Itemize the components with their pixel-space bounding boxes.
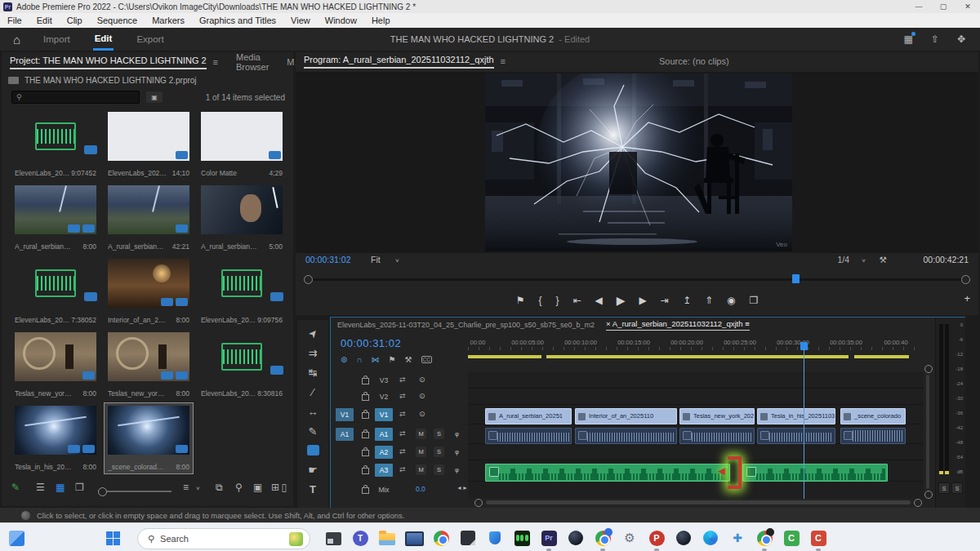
close-sequence-icon[interactable]: × bbox=[606, 319, 611, 328]
lock-icon[interactable] bbox=[362, 432, 369, 438]
timeline-clip-music[interactable] bbox=[485, 464, 730, 482]
timeline-clip-video[interactable]: A_rural_serbian_20251 bbox=[485, 408, 572, 424]
dark-app-icon[interactable] bbox=[458, 528, 478, 548]
keyframe-nav-icon[interactable]: ◄► bbox=[457, 485, 468, 491]
timeline-clip-audio[interactable] bbox=[757, 428, 835, 444]
maximize-button[interactable]: ▢ bbox=[931, 2, 956, 11]
timeline-clip-music[interactable] bbox=[742, 464, 888, 482]
resolution-dropdown-icon[interactable]: ˅ bbox=[862, 257, 866, 264]
ripple-trim-cursor[interactable]: ◄ bbox=[728, 456, 742, 489]
export-frame-button[interactable]: ◉ bbox=[727, 295, 735, 306]
taskbar-search[interactable]: ⚲ Search bbox=[137, 528, 310, 549]
work-area-bar[interactable] bbox=[854, 355, 909, 358]
premiere-pro-taskbar-icon[interactable]: Pr bbox=[539, 528, 559, 548]
comparison-view-button[interactable]: ❐ bbox=[750, 295, 759, 306]
chrome-profile-2-icon[interactable] bbox=[755, 528, 774, 548]
voiceover-mic-icon[interactable]: φ bbox=[452, 447, 462, 457]
menu-sequence[interactable]: Sequence bbox=[90, 16, 145, 25]
scroll-handle[interactable] bbox=[914, 499, 922, 507]
step-forward-button[interactable]: ▶ bbox=[639, 295, 647, 306]
icon-view-button[interactable]: ▦ bbox=[56, 482, 65, 493]
menu-edit[interactable]: Edit bbox=[29, 16, 60, 25]
scroll-handle[interactable] bbox=[924, 491, 933, 499]
timeline-settings-wrench-icon[interactable]: ⚒ bbox=[405, 355, 412, 364]
linked-selection-icon[interactable]: ⋈ bbox=[372, 355, 380, 364]
new-search-bin-button[interactable]: ▣ bbox=[146, 91, 163, 103]
mute-button[interactable]: M bbox=[416, 429, 426, 439]
track-header-v2[interactable]: V2 ⇄ ⊙ bbox=[334, 389, 468, 406]
menu-window[interactable]: Window bbox=[318, 16, 364, 25]
camtasia-icon[interactable]: C bbox=[782, 528, 801, 548]
lock-icon[interactable] bbox=[362, 450, 369, 456]
solo-right-button[interactable]: S bbox=[951, 482, 963, 494]
quick-export-icon[interactable]: ⇧ bbox=[931, 33, 939, 45]
project-item[interactable]: Interior_of_an_202511...8:00 bbox=[105, 256, 193, 327]
ripple-edit-tool[interactable]: ↹ bbox=[297, 362, 328, 382]
snipping-tool-icon[interactable]: ✚ bbox=[728, 528, 747, 548]
mark-out-button[interactable]: } bbox=[556, 295, 559, 306]
timeline-clip-video[interactable]: Tesla_in_his_20251103 bbox=[757, 408, 835, 424]
timeline-tab-active[interactable]: × A_rural_serbian_202511032112_qxjth ≡ bbox=[606, 319, 750, 331]
mark-in-button[interactable]: { bbox=[538, 295, 541, 306]
this-pc-icon[interactable] bbox=[404, 528, 424, 548]
new-item-button[interactable]: ⊞ bbox=[271, 482, 279, 493]
task-view-icon[interactable] bbox=[323, 528, 343, 548]
add-marker-icon[interactable]: ⚑ bbox=[389, 355, 396, 364]
settings-gear-icon[interactable]: ⚙ bbox=[620, 528, 639, 548]
add-marker-button[interactable]: ⚑ bbox=[516, 295, 525, 306]
scroll-handle[interactable] bbox=[474, 499, 483, 507]
type-tool[interactable]: T bbox=[297, 479, 328, 499]
timeline-timecode[interactable]: 00:00:31:02 bbox=[341, 337, 401, 349]
sort-dropdown-icon[interactable]: ˅ bbox=[196, 485, 200, 492]
solo-left-button[interactable]: S bbox=[938, 482, 950, 494]
file-explorer-icon[interactable] bbox=[377, 528, 397, 548]
sort-icons-button[interactable]: ≡ bbox=[183, 482, 189, 493]
new-bin-button[interactable]: ▣ bbox=[253, 482, 262, 493]
media-browser-tab[interactable]: Media Browser bbox=[236, 52, 269, 72]
panel-menu-icon[interactable]: ≡ bbox=[745, 319, 750, 328]
lock-icon[interactable] bbox=[362, 468, 369, 474]
project-item[interactable]: ElevenLabs_2025-...8:30816 bbox=[198, 330, 286, 400]
timeline-horizontal-scrollbar[interactable] bbox=[486, 500, 911, 504]
lock-icon[interactable] bbox=[362, 487, 369, 494]
fullscreen-icon[interactable]: ✥ bbox=[957, 33, 965, 45]
track-header-a3[interactable]: A3 ⇄ M S φ bbox=[334, 463, 468, 479]
mute-button[interactable]: M bbox=[416, 464, 426, 475]
menu-graphics-titles[interactable]: Graphics and Titles bbox=[192, 16, 283, 25]
project-item[interactable]: ElevenLabs_2025-...7:38052 bbox=[11, 256, 100, 327]
scrubber-left-handle[interactable] bbox=[304, 275, 313, 284]
menu-help[interactable]: Help bbox=[364, 16, 398, 25]
minimize-button[interactable]: — bbox=[906, 2, 931, 11]
project-item[interactable]: A_rural_serbian_2025...5:00 bbox=[198, 183, 286, 253]
timeline-clip-audio[interactable] bbox=[575, 428, 677, 444]
timeline-clip-audio[interactable] bbox=[840, 428, 906, 444]
captions-icon[interactable]: CC bbox=[421, 356, 432, 363]
sync-lock-icon[interactable]: ⇄ bbox=[399, 465, 406, 473]
panel-menu-icon[interactable]: ≡ bbox=[213, 57, 218, 67]
project-item[interactable]: A_rural_serbian_2025...8:00 bbox=[11, 183, 100, 253]
project-item[interactable]: Teslas_new_york_202...8:00 bbox=[105, 330, 193, 400]
program-timecode[interactable]: 00:00:31:02 bbox=[305, 255, 350, 264]
program-playhead[interactable] bbox=[792, 274, 800, 283]
edge-browser-icon[interactable] bbox=[701, 528, 720, 548]
project-item[interactable]: Color Matte4;29 bbox=[198, 109, 286, 180]
track-header-a2[interactable]: A2 ⇄ M S φ bbox=[334, 445, 468, 461]
go-to-out-button[interactable]: ⇥ bbox=[661, 295, 669, 306]
teams-icon[interactable]: T bbox=[350, 528, 370, 548]
solo-button[interactable]: S bbox=[434, 429, 444, 439]
solo-button[interactable]: S bbox=[434, 464, 444, 475]
home-icon[interactable]: ⌂ bbox=[13, 33, 20, 47]
project-item[interactable]: ElevenLabs_2025-...9:07452 bbox=[11, 109, 100, 180]
work-area-bar[interactable] bbox=[468, 355, 541, 358]
track-output-eye-icon[interactable]: ⊙ bbox=[419, 410, 425, 418]
chrome-profile-icon[interactable] bbox=[593, 528, 612, 548]
delete-button[interactable]: ▯ bbox=[281, 482, 287, 493]
start-button[interactable] bbox=[103, 528, 122, 548]
playback-resolution-select[interactable]: 1/4 bbox=[837, 255, 849, 264]
green-meeting-app-icon[interactable] bbox=[512, 528, 532, 548]
track-header-a1[interactable]: A1 A1 ⇄ M S φ bbox=[334, 427, 468, 443]
track-output-eye-icon[interactable]: ⊙ bbox=[419, 375, 425, 384]
step-back-button[interactable]: ◀ bbox=[595, 295, 603, 306]
voiceover-mic-icon[interactable]: φ bbox=[452, 429, 462, 439]
tab-import[interactable]: Import bbox=[42, 29, 72, 49]
